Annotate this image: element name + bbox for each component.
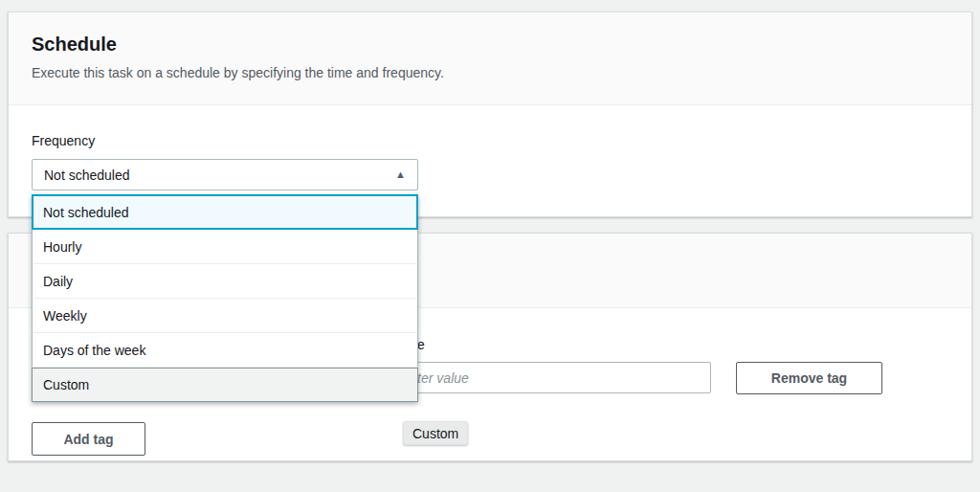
dropdown-option-not-scheduled[interactable]: Not scheduled: [32, 194, 418, 230]
remove-tag-button-label: Remove tag: [771, 370, 847, 386]
option-label: Days of the week: [43, 343, 145, 358]
remove-tag-button[interactable]: Remove tag: [736, 362, 882, 394]
schedule-card-header: Schedule Execute this task on a schedule…: [9, 12, 971, 105]
frequency-label: Frequency: [32, 131, 95, 150]
caret-up-icon: ▲: [395, 169, 406, 180]
dropdown-option-daily[interactable]: Daily: [32, 264, 418, 299]
add-tag-button-label: Add tag: [63, 432, 113, 447]
dropdown-option-custom[interactable]: Custom: [32, 368, 418, 402]
tooltip-text: Custom: [412, 426, 458, 441]
frequency-select-value: Not scheduled: [44, 168, 130, 183]
dropdown-option-hourly[interactable]: Hourly: [32, 230, 418, 264]
add-tag-button[interactable]: Add tag: [32, 422, 145, 456]
schedule-description: Execute this task on a schedule by speci…: [32, 63, 948, 82]
option-label: Custom: [43, 377, 89, 392]
frequency-dropdown-list: Not scheduled Hourly Daily Weekly Days o…: [32, 194, 418, 402]
custom-option-tooltip: Custom: [403, 421, 468, 445]
schedule-title: Schedule: [32, 32, 948, 56]
option-label: Hourly: [43, 239, 81, 255]
dropdown-option-days-of-the-week[interactable]: Days of the week: [32, 333, 418, 368]
option-label: Not scheduled: [43, 205, 129, 220]
dropdown-option-weekly[interactable]: Weekly: [32, 299, 418, 333]
option-label: Weekly: [43, 308, 87, 324]
tag-value-input[interactable]: [391, 362, 711, 393]
frequency-select-trigger[interactable]: Not scheduled ▲: [32, 159, 418, 190]
option-label: Daily: [43, 274, 73, 289]
